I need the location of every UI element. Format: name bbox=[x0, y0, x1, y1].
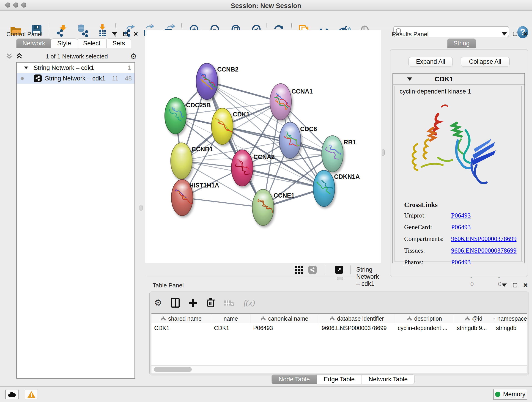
table-row[interactable]: CDK1CDK1P064939606.ENSP00000378699cyclin… bbox=[152, 323, 527, 333]
gene-card-expander-icon[interactable] bbox=[407, 77, 412, 81]
left-splitter-handle[interactable] bbox=[139, 205, 143, 211]
tab-edge-table[interactable]: Edge Table bbox=[317, 375, 362, 384]
table-cell[interactable]: stringdb:9... bbox=[454, 323, 493, 333]
separator bbox=[326, 265, 326, 274]
crosslink-link[interactable]: 9606.ENSP00000378699 bbox=[451, 247, 516, 254]
network-status-dot bbox=[21, 77, 24, 80]
control-panel-title: Control Panel bbox=[6, 31, 43, 38]
column-header-canonicalname[interactable]: canonical name bbox=[250, 314, 319, 323]
node-label-CDC25B: CDC25B bbox=[186, 102, 211, 109]
maximize-panel-icon[interactable] bbox=[123, 32, 128, 36]
collapse-all-icon[interactable] bbox=[5, 53, 13, 60]
memory-label: Memory bbox=[503, 391, 526, 398]
crosslink-label: Tissues: bbox=[404, 247, 451, 254]
column-header-name[interactable]: name bbox=[211, 314, 250, 323]
delete-table-icon bbox=[224, 299, 235, 307]
network-collection-row[interactable]: String Network – cdk1 1 bbox=[17, 63, 134, 73]
cloud-status-button[interactable] bbox=[5, 390, 19, 399]
tab-string[interactable]: String bbox=[447, 38, 476, 48]
crosslink-link[interactable]: P06493 bbox=[451, 212, 471, 219]
table-cell[interactable]: CDK1 bbox=[211, 323, 250, 333]
table-cell[interactable]: CDK1 bbox=[152, 323, 211, 333]
network-edge-CCNE1-HIST1H1A[interactable] bbox=[182, 198, 263, 207]
results-scrollbar[interactable] bbox=[521, 86, 522, 261]
table-cell[interactable]: cyclin-dependent ... bbox=[395, 323, 454, 333]
show-columns-icon[interactable] bbox=[171, 298, 180, 308]
table-cell[interactable]: 9606.ENSP00000378699 bbox=[319, 323, 395, 333]
delete-column-icon[interactable] bbox=[206, 298, 215, 308]
collection-expander-icon[interactable] bbox=[24, 66, 28, 69]
table-body: CDK1CDK1P064939606.ENSP00000378699cyclin… bbox=[152, 323, 527, 333]
crosslink-label: GeneCard: bbox=[404, 223, 451, 231]
warnings-button[interactable] bbox=[25, 390, 38, 399]
gene-name: CDK1 bbox=[435, 75, 453, 83]
network-node-CCNB1[interactable]: CCNB1 bbox=[171, 143, 213, 179]
column-header-id[interactable]: @id bbox=[454, 314, 493, 323]
network-options-gear-icon[interactable]: ⚙ bbox=[130, 52, 137, 61]
collapse-all-button[interactable]: Collapse All bbox=[461, 57, 510, 66]
grid-view-icon[interactable] bbox=[295, 266, 303, 274]
network-node-CDC25B[interactable]: CDC25B bbox=[165, 98, 211, 134]
bottom-splitter-handle[interactable] bbox=[337, 277, 343, 280]
scrollbar-thumb[interactable] bbox=[154, 367, 192, 372]
results-panel-title: Results Panel bbox=[392, 31, 428, 38]
crosslinks-list: Uniprot:P06493GeneCard:P06493Compartment… bbox=[404, 212, 519, 274]
control-panel: Control Panel × Network Style Select Set… bbox=[2, 29, 137, 380]
network-node-CCNA2[interactable]: CCNA2 bbox=[231, 150, 275, 186]
float-panel-icon[interactable] bbox=[112, 32, 117, 36]
birds-eye-view-icon[interactable] bbox=[335, 266, 343, 274]
gene-card: CDK1 cyclin-dependent kinase 1 bbox=[393, 73, 525, 263]
float-panel-icon[interactable] bbox=[502, 283, 507, 287]
column-header-namespace[interactable]: namespace bbox=[493, 314, 527, 323]
protein-structure-image bbox=[404, 100, 500, 192]
network-label: String Network – cdk1 bbox=[45, 75, 105, 82]
network-node-CDC6[interactable]: CDC6 bbox=[279, 122, 317, 158]
crosslink-label: Compartments: bbox=[404, 235, 451, 242]
node-label-CCNB1: CCNB1 bbox=[191, 146, 213, 153]
tab-network[interactable]: Network bbox=[16, 38, 51, 48]
tab-network-table[interactable]: Network Table bbox=[361, 375, 415, 384]
float-panel-icon[interactable] bbox=[502, 32, 507, 36]
crosslink-link[interactable]: P06493 bbox=[451, 259, 471, 266]
crosslink-link[interactable]: 9606.ENSP00000378699 bbox=[451, 235, 516, 242]
network-node-CCNA1[interactable]: CCNA1 bbox=[270, 84, 313, 120]
close-panel-icon[interactable]: × bbox=[133, 32, 138, 36]
expand-all-icon[interactable] bbox=[15, 53, 23, 60]
close-panel-icon[interactable]: × bbox=[523, 32, 528, 36]
tab-style[interactable]: Style bbox=[51, 38, 77, 48]
network-node-CCNB2[interactable]: CCNB2 bbox=[196, 63, 239, 99]
crosslink-link[interactable]: P06493 bbox=[451, 223, 471, 231]
network-canvas[interactable]: CCNB2CCNA1CDC25BCDK1CDC6RB1CCNB1CCNA2CDK… bbox=[145, 30, 381, 263]
network-node-CDKN1A[interactable]: CDKN1A bbox=[313, 170, 360, 206]
close-panel-icon[interactable]: × bbox=[523, 283, 528, 287]
column-header-sharedname[interactable]: shared name bbox=[152, 314, 211, 323]
add-column-icon[interactable] bbox=[189, 298, 198, 307]
network-type-icon bbox=[34, 75, 42, 82]
tab-sets[interactable]: Sets bbox=[106, 38, 131, 48]
column-header-description[interactable]: description bbox=[395, 314, 454, 323]
table-panel-title: Table Panel bbox=[152, 282, 184, 289]
table-cell[interactable]: P06493 bbox=[250, 323, 319, 333]
table-options-gear-icon[interactable]: ⚙ bbox=[154, 298, 162, 308]
table-horizontal-scrollbar[interactable] bbox=[152, 366, 527, 373]
expand-all-button[interactable]: Expand All bbox=[409, 57, 453, 66]
table-cell[interactable]: stringdb bbox=[493, 323, 527, 333]
tab-select[interactable]: Select bbox=[77, 38, 107, 48]
maximize-panel-icon[interactable] bbox=[513, 283, 517, 287]
memory-status-icon bbox=[495, 392, 500, 397]
network-view-mode-icon[interactable] bbox=[308, 266, 317, 274]
memory-button[interactable]: Memory bbox=[493, 389, 527, 400]
network-node-RB1[interactable]: RB1 bbox=[322, 136, 356, 172]
network-row[interactable]: String Network – cdk1 11 48 bbox=[17, 73, 134, 84]
gene-card-header[interactable]: CDK1 bbox=[393, 74, 525, 85]
maximize-panel-icon[interactable] bbox=[513, 32, 517, 36]
network-node-HIST1H1A[interactable]: HIST1H1A bbox=[171, 179, 219, 216]
network-tree: String Network – cdk1 1 String Network –… bbox=[16, 62, 135, 379]
tab-node-table[interactable]: Node Table bbox=[272, 375, 317, 384]
crosslinks-title: CrossLinks bbox=[404, 201, 438, 209]
node-label-CDKN1A: CDKN1A bbox=[334, 173, 360, 180]
right-splitter-handle[interactable] bbox=[382, 149, 385, 156]
crosslink-row: Tissues:9606.ENSP00000378699 bbox=[404, 247, 516, 254]
network-node-CCNE1[interactable]: CCNE1 bbox=[252, 189, 295, 225]
column-header-databaseidentifier[interactable]: database identifier bbox=[319, 314, 395, 323]
